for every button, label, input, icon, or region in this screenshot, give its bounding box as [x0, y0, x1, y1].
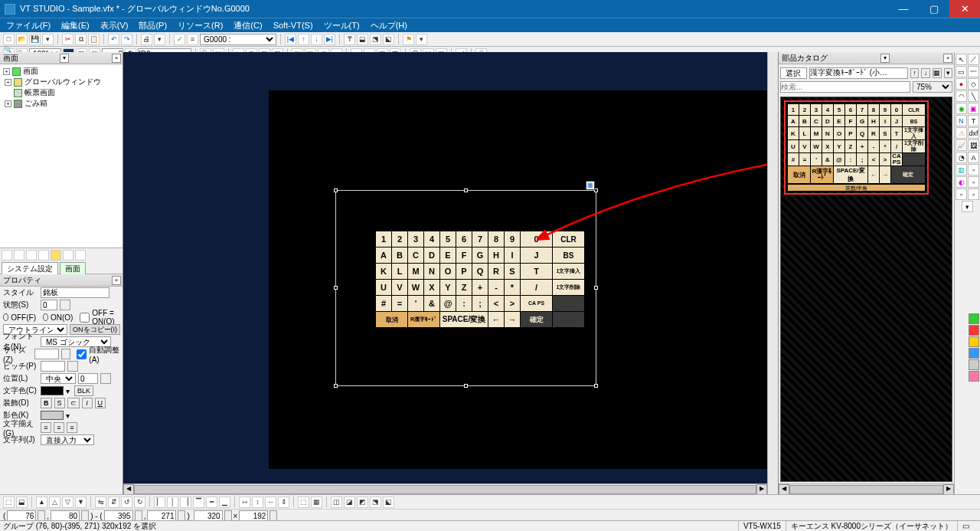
h-input[interactable] [239, 510, 268, 521]
layer-marker-icon[interactable]: ▦ [586, 181, 595, 190]
size-input[interactable] [34, 349, 59, 359]
rt-circle-icon[interactable]: ● [956, 78, 967, 90]
align-r-button[interactable]: ≡ [67, 422, 77, 433]
undo-icon[interactable]: ↶ [108, 34, 119, 45]
down-icon[interactable]: ↓ [311, 34, 322, 45]
catalog-zoom[interactable]: 75% [913, 81, 952, 93]
handle-e[interactable] [594, 286, 598, 290]
canvas-vscroll[interactable] [767, 52, 778, 494]
keyboard-part[interactable]: 12345 67890 CLR ABCDE FGHIJ BS KLMNO PQR… [375, 231, 585, 328]
shadow-swatch[interactable] [41, 411, 64, 420]
pos-combo[interactable]: 中央 [41, 373, 76, 384]
mp-yellow-icon[interactable] [969, 336, 979, 347]
handle-sw[interactable] [334, 384, 338, 388]
rt-alarm-icon[interactable]: ⚠ [956, 127, 967, 139]
mt-5-icon[interactable] [51, 250, 61, 261]
mt-6-icon[interactable] [63, 250, 74, 261]
state-spin[interactable] [60, 300, 70, 310]
rt-seg-icon[interactable]: ╲ [968, 90, 979, 102]
rt-pie-icon[interactable]: ◐ [956, 176, 967, 188]
bt-front-icon[interactable]: △ [49, 497, 60, 508]
menu-resource[interactable]: リソース(R) [178, 20, 223, 31]
rt-arrow-icon[interactable]: ↖ [956, 54, 967, 65]
x1-input[interactable] [7, 510, 36, 521]
catalog-item-keyboard[interactable]: 1234567890CLR ABCDEFGHIJBS KLMNOPQRST1文字… [784, 100, 929, 195]
mt-4-icon[interactable] [38, 250, 49, 261]
bt-order-e-icon[interactable]: ⬕ [383, 497, 394, 508]
w-input[interactable] [194, 510, 223, 521]
italic-button[interactable]: I [82, 398, 93, 408]
rt-switch-icon[interactable]: ▣ [968, 103, 979, 114]
bt-back-icon[interactable]: ▽ [62, 497, 74, 508]
cat-pin-icon[interactable]: ▾ [880, 54, 890, 63]
shadow-button[interactable]: S [54, 398, 65, 408]
rt-line-icon[interactable]: ／ [968, 54, 979, 65]
rt-arc-icon[interactable]: ◠ [956, 90, 967, 102]
bt-fliph-icon[interactable]: ⇋ [95, 497, 106, 508]
props-close-icon[interactable]: × [112, 276, 121, 285]
bt-rotl-icon[interactable]: ↺ [121, 497, 132, 508]
t-b-icon[interactable]: ⬓ [357, 34, 368, 45]
on-radio[interactable] [43, 313, 48, 321]
cat-close-icon[interactable]: × [943, 54, 952, 63]
bt-al-c-icon[interactable]: │ [167, 497, 178, 508]
rt-y1-icon[interactable]: ▫ [956, 188, 967, 200]
handle-nw[interactable] [334, 188, 338, 192]
mp-gray-icon[interactable] [969, 359, 979, 370]
offon-check[interactable] [80, 313, 90, 323]
mt-3-icon[interactable] [26, 250, 37, 261]
flag-icon[interactable]: ⚑ [403, 34, 414, 45]
catalog-combo[interactable] [809, 67, 908, 79]
cat-view-icon[interactable]: ▦ [933, 68, 942, 78]
y2-input[interactable] [147, 510, 176, 521]
rt-rect-icon[interactable]: ▭ [956, 66, 967, 77]
bt-eq-w-icon[interactable]: ↔ [265, 497, 276, 508]
style-input[interactable] [41, 287, 109, 298]
rt-x1-icon[interactable]: ▫ [968, 164, 979, 175]
auto-check[interactable] [77, 349, 87, 359]
handle-s[interactable] [464, 384, 468, 388]
maximize-button[interactable]: ▢ [919, 0, 949, 18]
menu-tools[interactable]: ツール(T) [324, 20, 360, 31]
catalog-search[interactable] [780, 81, 910, 93]
cat-down-icon[interactable]: ↓ [921, 68, 930, 78]
check-icon[interactable]: ✓ [174, 34, 185, 45]
print-icon[interactable]: 🖨 [141, 34, 152, 45]
rt-text-icon[interactable]: T [968, 115, 979, 126]
t-c-icon[interactable]: ⬔ [370, 34, 381, 45]
mt-7-icon[interactable] [75, 250, 86, 261]
tab-system[interactable]: システム設定 [2, 262, 58, 275]
rt-poly-icon[interactable]: ◇ [968, 78, 979, 90]
menu-view[interactable]: 表示(V) [100, 20, 129, 31]
x2-input[interactable] [104, 510, 133, 521]
textrow-combo[interactable]: 直接入力 [41, 434, 94, 445]
mp-green-icon[interactable] [969, 313, 979, 324]
mp-pink-icon[interactable] [969, 371, 979, 382]
handle-n[interactable] [464, 188, 468, 192]
bt-al-l-icon[interactable]: ▏ [154, 497, 165, 508]
up-icon[interactable]: ↑ [298, 34, 309, 45]
bold-button[interactable]: B [41, 398, 52, 408]
paste-icon[interactable]: 📋 [88, 34, 100, 45]
bt-frontmost-icon[interactable]: ▲ [36, 497, 47, 508]
save-icon[interactable]: 💾 [29, 34, 41, 45]
dropdown2-icon[interactable]: ▾ [154, 34, 165, 45]
rt-meter-icon[interactable]: ◔ [956, 152, 967, 163]
bt-sel-b-icon[interactable]: ▦ [311, 497, 322, 508]
copy-icon[interactable]: ⧉ [75, 34, 87, 45]
underline-button[interactable]: U [95, 398, 106, 408]
mp-red-icon[interactable] [969, 325, 979, 336]
bt-backmost-icon[interactable]: ▼ [75, 497, 87, 508]
rt-pic-icon[interactable]: 🖼 [968, 139, 979, 151]
flag-dd-icon[interactable]: ▾ [416, 34, 427, 45]
menu-softvt[interactable]: Soft-VT(S) [273, 21, 313, 30]
bt-ungroup-icon[interactable]: ⬓ [16, 497, 28, 508]
outline-button[interactable]: ⊂ [67, 398, 80, 408]
close-button[interactable]: ✕ [949, 0, 980, 18]
align-l-button[interactable]: ≡ [41, 422, 51, 433]
rt-more-icon[interactable]: ▾ [962, 201, 973, 212]
bt-group-icon[interactable]: ⬚ [3, 497, 15, 508]
handle-se[interactable] [594, 384, 598, 388]
copy-on-button[interactable]: ONをコピー(I) [70, 324, 120, 335]
screen-combo[interactable]: G0000 : [200, 34, 276, 45]
